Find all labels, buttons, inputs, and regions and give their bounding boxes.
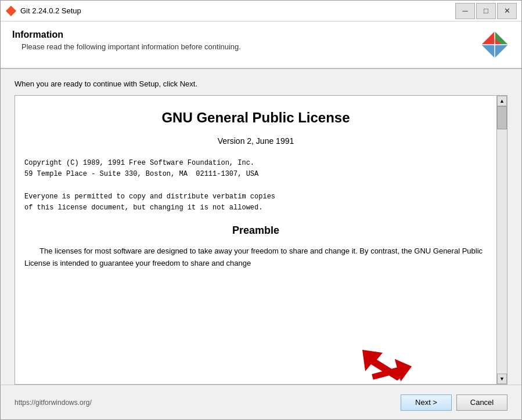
license-copyright: Copyright (C) 1989, 1991 Free Software F… — [24, 158, 487, 213]
next-button[interactable]: Next > — [401, 394, 452, 411]
close-button[interactable]: ✕ — [497, 3, 517, 19]
license-title: GNU General Public License — [24, 107, 487, 128]
maximize-button[interactable]: □ — [476, 3, 496, 19]
license-content: GNU General Public License Version 2, Ju… — [15, 96, 496, 384]
cancel-button[interactable]: Cancel — [456, 394, 507, 411]
minimize-button[interactable]: ─ — [455, 3, 475, 19]
preamble-title: Preamble — [24, 223, 487, 238]
header-title: Information — [12, 30, 241, 40]
scroll-up-button[interactable]: ▲ — [497, 96, 507, 106]
scrollbar[interactable]: ▲ ▼ — [496, 96, 507, 384]
title-bar: Git 2.24.0.2 Setup ─ □ ✕ — [1, 1, 521, 21]
footer-buttons: Next > Cancel — [401, 394, 507, 411]
instruction-text: When you are ready to continue with Setu… — [15, 79, 507, 88]
git-icon — [5, 5, 17, 17]
header-subtitle: Please read the following important info… — [21, 42, 241, 51]
license-version: Version 2, June 1991 — [24, 135, 487, 147]
license-box: GNU General Public License Version 2, Ju… — [15, 95, 507, 385]
scroll-thumb[interactable] — [497, 106, 507, 129]
git-logo — [480, 30, 510, 60]
preamble-body: The licenses for most software are desig… — [24, 245, 487, 270]
scroll-down-button[interactable]: ▼ — [497, 374, 507, 384]
header-section: Information Please read the following im… — [1, 21, 521, 69]
window-controls: ─ □ ✕ — [455, 3, 517, 19]
main-content: When you are ready to continue with Setu… — [1, 69, 521, 385]
header-text: Information Please read the following im… — [12, 30, 241, 51]
scroll-track — [497, 106, 507, 374]
main-window: Git 2.24.0.2 Setup ─ □ ✕ Information Ple… — [0, 0, 522, 420]
svg-marker-1 — [6, 6, 16, 11]
footer-link[interactable]: https://gitforwindows.org/ — [15, 399, 92, 407]
window-title: Git 2.24.0.2 Setup — [20, 6, 455, 15]
footer: https://gitforwindows.org/ Next > Cancel — [1, 385, 521, 419]
